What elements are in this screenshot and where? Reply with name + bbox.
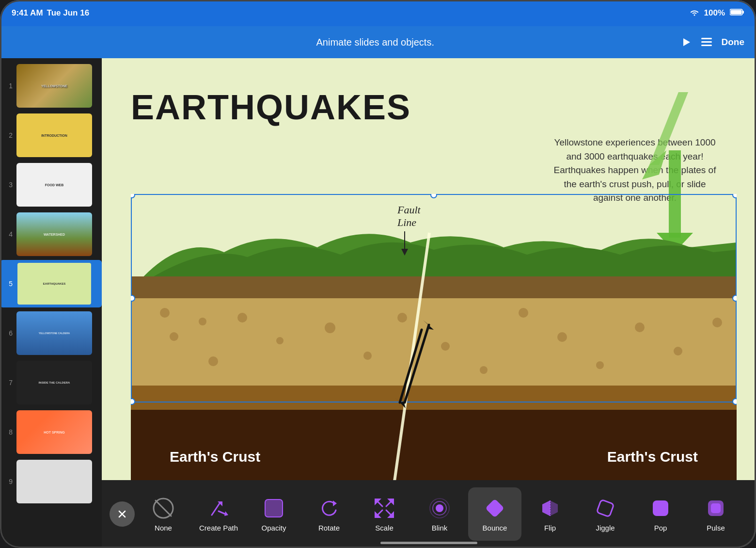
svg-marker-24 <box>224 511 228 516</box>
slide-thumbnail-2[interactable]: 2 INTRODUCTION <box>0 112 102 159</box>
geology-diagram: FaultLine <box>131 194 737 480</box>
status-bar: 9:41 AM Tue Jun 16 100% <box>0 0 756 26</box>
anim-blink-label: Blink <box>432 524 448 532</box>
svg-line-23 <box>219 511 225 514</box>
slide-panel: 1 YELLOWSTONE 2 INTRODUCTION 3 FOOD WEB … <box>0 58 102 548</box>
fault-arrows-svg <box>385 315 443 412</box>
app-toolbar: Animate slides and objects. Done <box>0 26 756 58</box>
svg-marker-27 <box>333 500 337 506</box>
toolbar-title: Animate slides and objects. <box>70 37 681 48</box>
anim-none-label: None <box>155 524 172 532</box>
slide-thumbnail-8[interactable]: 8 HOT SPRING <box>0 408 102 456</box>
svg-line-15 <box>400 330 422 403</box>
svg-rect-43 <box>711 503 721 513</box>
list-view-button[interactable] <box>701 38 712 47</box>
svg-marker-14 <box>423 320 434 330</box>
anim-create-path-label: Create Path <box>199 524 238 532</box>
home-indicator <box>380 542 477 544</box>
anim-bounce-label: Bounce <box>483 524 507 532</box>
svg-rect-25 <box>265 500 283 517</box>
canvas-area[interactable]: EARTHQUAKES Yellowstone experiences betw… <box>102 58 756 548</box>
svg-rect-6 <box>701 45 712 46</box>
svg-line-21 <box>212 503 220 515</box>
svg-rect-1 <box>742 11 744 14</box>
battery-percentage: 100% <box>704 8 725 18</box>
slide-canvas: EARTHQUAKES Yellowstone experiences betw… <box>102 58 756 480</box>
done-button[interactable]: Done <box>722 37 745 48</box>
anim-item-blink[interactable]: Blink <box>413 487 466 541</box>
play-button[interactable] <box>681 37 692 48</box>
anim-item-flip[interactable]: Flip <box>523 487 577 541</box>
wifi-icon <box>690 8 699 18</box>
slide-thumbnail-7[interactable]: 7 INSIDE THE CALDERA <box>0 359 102 406</box>
slide-title: EARTHQUAKES <box>131 87 411 127</box>
svg-rect-39 <box>485 499 504 518</box>
slide-thumbnail-1[interactable]: 1 YELLOWSTONE <box>0 62 102 110</box>
anim-item-pop[interactable]: Pop <box>634 487 687 541</box>
svg-rect-41 <box>653 500 668 516</box>
animation-toolbar: None Create Path <box>102 480 756 548</box>
selection-handle-mr[interactable] <box>732 295 737 302</box>
close-button[interactable] <box>110 501 135 527</box>
anim-opacity-label: Opacity <box>262 524 286 532</box>
anim-pulse-label: Pulse <box>707 524 725 532</box>
slide-thumbnail-5[interactable]: 5 EARTHQUAKES <box>0 260 102 307</box>
anim-item-scale[interactable]: Scale <box>358 487 411 541</box>
anim-scale-label: Scale <box>375 524 394 532</box>
battery-icon <box>730 8 744 18</box>
slide-thumbnail-6[interactable]: 6 YELLOWSTONE CALDERA <box>0 309 102 357</box>
status-time: 9:41 AM <box>12 8 43 18</box>
svg-rect-5 <box>701 41 712 43</box>
selection-handle-tr[interactable] <box>732 194 737 198</box>
crust-label-right: Earth's Crust <box>607 448 698 466</box>
anim-pop-label: Pop <box>654 524 667 532</box>
svg-marker-3 <box>683 38 690 46</box>
anim-item-none[interactable]: None <box>137 487 190 541</box>
selection-handle-tc[interactable] <box>430 194 437 198</box>
slide-thumbnail-4[interactable]: 4 WATERSHED <box>0 210 102 258</box>
selection-handle-tl[interactable] <box>131 194 135 198</box>
anim-flip-label: Flip <box>544 524 556 532</box>
fault-annotation: FaultLine <box>397 204 421 256</box>
svg-marker-12 <box>401 249 408 256</box>
selection-handle-ml[interactable] <box>131 295 135 302</box>
crust-label-left: Earth's Crust <box>170 448 260 466</box>
anim-item-create-path[interactable]: Create Path <box>192 487 245 541</box>
anim-item-bounce[interactable]: Bounce <box>468 487 521 541</box>
anim-item-opacity[interactable]: Opacity <box>247 487 300 541</box>
anim-item-jiggle[interactable]: Jiggle <box>579 487 632 541</box>
svg-rect-4 <box>701 38 712 39</box>
anim-item-rotate[interactable]: Rotate <box>302 487 356 541</box>
anim-item-pulse[interactable]: Pulse <box>689 487 742 541</box>
selection-handle-br[interactable] <box>732 398 737 405</box>
slide-thumbnail-9[interactable]: 9 <box>0 458 102 505</box>
svg-line-20 <box>156 500 171 516</box>
dark-rock-layer <box>131 410 737 480</box>
svg-point-36 <box>436 504 443 512</box>
svg-rect-2 <box>731 10 742 14</box>
slide-thumbnail-3[interactable]: 3 FOOD WEB <box>0 161 102 209</box>
svg-line-13 <box>405 325 429 403</box>
status-date: Tue Jun 16 <box>47 8 90 18</box>
anim-rotate-label: Rotate <box>318 524 340 532</box>
anim-jiggle-label: Jiggle <box>596 524 614 532</box>
svg-rect-40 <box>597 500 614 517</box>
